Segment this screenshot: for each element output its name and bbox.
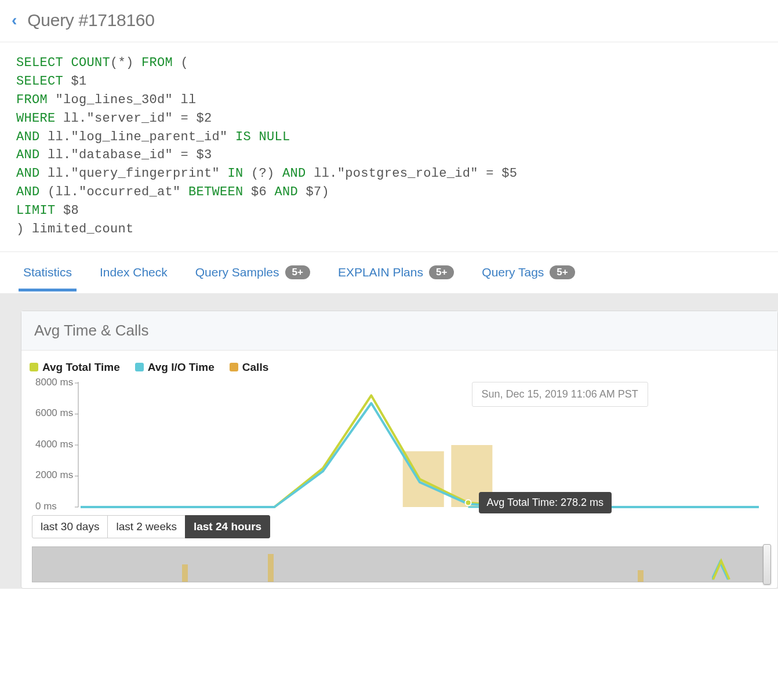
legend-swatch [135, 363, 144, 371]
range-handle-right[interactable] [763, 544, 771, 585]
y-tick-label: 8000 ms [35, 377, 73, 388]
legend-label: Avg I/O Time [148, 361, 215, 374]
count-badge: 5+ [285, 265, 310, 279]
tooltip-timestamp: Sun, Dec 15, 2019 11:06 AM PST [472, 382, 648, 407]
y-tick-label: 0 ms [35, 501, 57, 512]
legend-swatch [230, 363, 238, 371]
overview-bar [638, 570, 644, 582]
chart-legend: Avg Total TimeAvg I/O TimeCalls [28, 361, 770, 374]
y-tick-label: 2000 ms [35, 469, 73, 481]
count-badge: 5+ [429, 265, 454, 279]
time-range-last-2-weeks[interactable]: last 2 weeks [107, 515, 186, 538]
svg-point-9 [466, 500, 471, 505]
tab-bar: StatisticsIndex CheckQuery Samples5+EXPL… [0, 251, 778, 293]
overview-bar [182, 564, 188, 582]
legend-item[interactable]: Avg Total Time [30, 361, 120, 374]
chart-card: Avg Time & Calls Avg Total TimeAvg I/O T… [21, 311, 778, 589]
legend-label: Calls [242, 361, 268, 374]
tab-label: Index Check [100, 265, 168, 279]
tab-explain-plans[interactable]: EXPLAIN Plans5+ [338, 254, 454, 291]
sql-query: SELECT COUNT(*) FROM (SELECT $1FROM "log… [0, 42, 778, 251]
card-title: Avg Time & Calls [21, 311, 777, 351]
content-area: Avg Time & Calls Avg Total TimeAvg I/O T… [0, 293, 778, 589]
count-badge: 5+ [550, 265, 575, 279]
tooltip-value: Avg Total Time: 278.2 ms [479, 492, 612, 513]
legend-label: Avg Total Time [42, 361, 120, 374]
tab-statistics[interactable]: Statistics [23, 254, 72, 291]
overview-strip[interactable] [32, 546, 770, 582]
time-range-last-24-hours[interactable]: last 24 hours [185, 515, 270, 538]
legend-swatch [30, 363, 38, 371]
back-icon[interactable]: ‹ [12, 11, 17, 30]
tab-label: Statistics [23, 265, 72, 279]
overview-bar [268, 554, 274, 582]
y-tick-label: 4000 ms [35, 439, 73, 450]
legend-item[interactable]: Avg I/O Time [135, 361, 215, 374]
tab-query-samples[interactable]: Query Samples5+ [195, 254, 310, 291]
tab-label: Query Samples [195, 265, 279, 279]
time-range-selector: last 30 dayslast 2 weekslast 24 hours [32, 515, 770, 538]
tab-query-tags[interactable]: Query Tags5+ [482, 254, 575, 291]
chart[interactable]: 0 ms2000 ms4000 ms6000 ms8000 msSun, Dec… [28, 380, 770, 513]
tab-label: EXPLAIN Plans [338, 265, 423, 279]
tab-index-check[interactable]: Index Check [100, 254, 168, 291]
page-title: Query #1718160 [27, 10, 154, 30]
page-header: ‹ Query #1718160 [0, 0, 778, 42]
card-body: Avg Total TimeAvg I/O TimeCalls 0 ms2000… [21, 351, 777, 588]
legend-item[interactable]: Calls [230, 361, 268, 374]
y-tick-label: 6000 ms [35, 407, 73, 419]
tab-label: Query Tags [482, 265, 544, 279]
time-range-last-30-days[interactable]: last 30 days [32, 515, 108, 538]
